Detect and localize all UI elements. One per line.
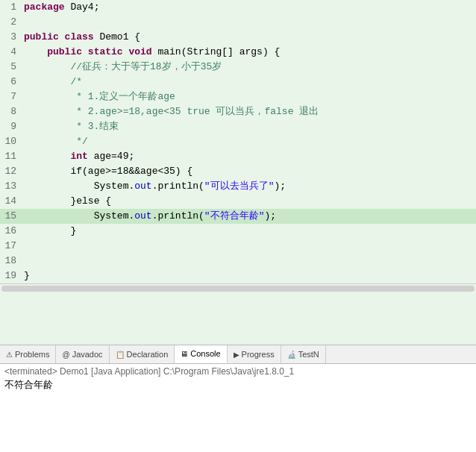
horizontal-scrollbar[interactable]	[0, 283, 476, 292]
line-content: public static void main(String[] args) {	[21, 45, 476, 60]
line-number: 1	[0, 0, 21, 15]
line-number: 17	[0, 239, 21, 254]
line-content: }	[21, 224, 476, 239]
progress-tab-label: Progress	[242, 350, 275, 359]
line-content: if(age>=18&&age<35) {	[21, 164, 476, 179]
line-content: //征兵：大于等于18岁，小于35岁	[21, 60, 476, 75]
line-content: /*	[21, 75, 476, 90]
line-content: int age=49;	[21, 149, 476, 164]
line-content	[21, 15, 476, 30]
line-number: 2	[0, 15, 21, 30]
line-number: 10	[0, 134, 21, 149]
line-number: 13	[0, 179, 21, 194]
tab-javadoc[interactable]: @Javadoc	[56, 345, 109, 363]
line-content	[21, 254, 476, 269]
testn-tab-icon: 🔬	[287, 351, 296, 359]
tab-progress[interactable]: ▶Progress	[228, 345, 281, 363]
declaration-tab-label: Declaration	[127, 350, 169, 359]
line-content: }	[21, 269, 476, 283]
line-content: * 3.结束	[21, 119, 476, 134]
line-number: 3	[0, 30, 21, 45]
scrollbar-track[interactable]	[1, 286, 475, 292]
problems-tab-label: Problems	[15, 350, 49, 359]
line-content: System.out.println("可以去当兵了");	[21, 179, 476, 194]
testn-tab-label: TestN	[298, 350, 319, 359]
progress-tab-icon: ▶	[234, 351, 239, 359]
code-table: 1package Day4;2 3public class Demo1 {4 p…	[0, 0, 476, 283]
javadoc-tab-label: Javadoc	[72, 350, 103, 359]
console-tab-icon: 🖥	[181, 350, 188, 358]
bottom-tab-bar: ⚠Problems@Javadoc📋Declaration🖥Console▶Pr…	[0, 345, 476, 364]
tab-testn[interactable]: 🔬TestN	[281, 345, 326, 363]
line-content: public class Demo1 {	[21, 30, 476, 45]
line-content: package Day4;	[21, 0, 476, 15]
line-number: 12	[0, 164, 21, 179]
line-content: */	[21, 134, 476, 149]
tab-problems[interactable]: ⚠Problems	[0, 345, 56, 363]
line-content: System.out.println("不符合年龄");	[21, 209, 476, 224]
declaration-tab-icon: 📋	[116, 351, 125, 359]
line-number: 16	[0, 224, 21, 239]
line-content: * 2.age>=18,age<35 true 可以当兵，false 退出	[21, 104, 476, 119]
line-content	[21, 239, 476, 254]
line-number: 6	[0, 75, 21, 90]
line-number: 7	[0, 90, 21, 104]
problems-tab-icon: ⚠	[6, 351, 13, 359]
javadoc-tab-icon: @	[62, 351, 69, 359]
line-number: 14	[0, 194, 21, 209]
console-header: <terminated> Demo1 [Java Application] C:…	[4, 366, 472, 377]
tab-declaration[interactable]: 📋Declaration	[110, 345, 175, 363]
line-number: 15	[0, 209, 21, 224]
tab-console[interactable]: 🖥Console	[175, 345, 227, 363]
line-number: 9	[0, 119, 21, 134]
console-area: <terminated> Demo1 [Java Application] C:…	[0, 364, 476, 394]
line-number: 8	[0, 104, 21, 119]
line-content: * 1.定义一个年龄age	[21, 90, 476, 104]
console-tab-label: Console	[190, 349, 220, 358]
console-output: 不符合年龄	[4, 378, 472, 392]
line-number: 4	[0, 45, 21, 60]
editor-area: 1package Day4;2 3public class Demo1 {4 p…	[0, 0, 476, 345]
line-content: }else {	[21, 194, 476, 209]
line-number: 19	[0, 269, 21, 283]
line-number: 11	[0, 149, 21, 164]
line-number: 18	[0, 254, 21, 269]
line-number: 5	[0, 60, 21, 75]
